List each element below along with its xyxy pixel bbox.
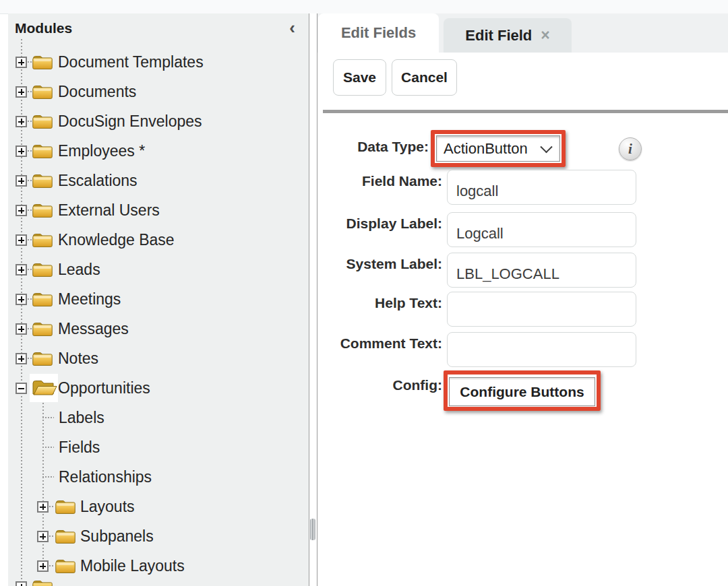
data-type-label: Data Type:	[317, 139, 429, 155]
configure-buttons-button[interactable]: Configure Buttons	[449, 377, 595, 406]
help-text-label: Help Text:	[317, 295, 442, 311]
folder-icon	[32, 321, 53, 337]
tab-label: Edit Field	[465, 27, 532, 44]
expand-icon[interactable]	[16, 86, 27, 98]
display-label-input[interactable]	[447, 212, 636, 247]
top-strip	[0, 0, 728, 14]
data-type-value: ActionButton	[444, 140, 528, 158]
expand-icon[interactable]	[16, 294, 27, 305]
tree-item-knowledge-base[interactable]: Knowledge Base	[8, 225, 309, 255]
tree-item-subpanels[interactable]: Subpanels	[8, 521, 309, 551]
folder-icon	[32, 202, 53, 218]
tree-item-leads[interactable]: Leads	[8, 255, 309, 284]
modules-tree-panel: Modules ‹ Document Templates Documents D…	[8, 13, 309, 586]
expand-icon[interactable]	[37, 560, 49, 572]
tree-item-documents[interactable]: Documents	[8, 77, 309, 106]
collapse-panel-icon[interactable]: ‹	[289, 19, 295, 36]
save-button[interactable]: Save	[333, 59, 386, 96]
tree-item-labels[interactable]: Labels	[8, 403, 309, 432]
field-name-label: Field Name:	[317, 173, 442, 189]
folder-icon	[32, 172, 53, 189]
splitter-drag-handle[interactable]	[310, 519, 315, 540]
expand-icon[interactable]	[16, 264, 27, 275]
annotation-highlight-data-type: ActionButton	[431, 130, 566, 167]
expand-icon[interactable]	[16, 116, 27, 127]
data-type-select[interactable]: ActionButton	[436, 135, 560, 162]
studio-edit-panel: Edit Fields Edit Field × Save Cancel Dat…	[317, 13, 728, 586]
info-icon[interactable]: i	[619, 137, 642, 160]
display-label-label: Display Label:	[317, 216, 442, 232]
expand-icon[interactable]	[37, 531, 49, 542]
close-tab-icon[interactable]: ×	[541, 26, 549, 44]
tab-edit-field[interactable]: Edit Field ×	[444, 18, 572, 53]
folder-icon	[32, 261, 53, 278]
tree-item-document-templates[interactable]: Document Templates	[8, 47, 309, 77]
modules-panel-title: Modules	[15, 20, 72, 36]
folder-icon	[55, 498, 75, 515]
expand-icon[interactable]	[16, 57, 27, 68]
expand-icon[interactable]	[16, 353, 27, 364]
field-name-input[interactable]	[447, 170, 636, 205]
expand-icon[interactable]	[16, 323, 27, 335]
tree-item-notes[interactable]: Notes	[8, 344, 309, 373]
tree-item-fields[interactable]: Fields	[8, 432, 309, 462]
config-label: Config:	[317, 377, 442, 393]
tab-edit-fields[interactable]: Edit Fields	[318, 13, 439, 53]
tree-item-relationships[interactable]: Relationships	[8, 462, 309, 492]
expand-icon[interactable]	[37, 501, 49, 513]
tree-item-external-users[interactable]: External Users	[8, 195, 309, 225]
tree-item-escalations[interactable]: Escalations	[8, 166, 309, 195]
expand-icon[interactable]	[16, 205, 27, 216]
folder-icon	[32, 113, 53, 129]
folder-icon	[32, 291, 53, 307]
folder-icon	[32, 54, 53, 70]
folder-icon	[32, 350, 53, 366]
tree-item-docusign-envelopes[interactable]: DocuSign Envelopes	[8, 106, 309, 136]
cancel-button[interactable]: Cancel	[392, 59, 457, 96]
tree-item-layouts[interactable]: Layouts	[8, 492, 309, 521]
tree-item-partial	[8, 572, 309, 586]
panel-splitter	[309, 13, 317, 586]
folder-icon	[32, 579, 53, 586]
comment-text-label: Comment Text:	[317, 335, 442, 352]
tree-item-opportunities[interactable]: Opportunities	[8, 373, 309, 403]
tab-bar: Edit Fields Edit Field ×	[317, 13, 728, 53]
expand-icon[interactable]	[16, 145, 27, 157]
expand-icon	[16, 581, 27, 586]
tab-label: Edit Fields	[341, 24, 416, 42]
comment-text-input[interactable]	[447, 332, 636, 367]
tree-item-messages[interactable]: Messages	[8, 314, 309, 344]
chevron-down-icon	[540, 140, 552, 152]
folder-icon	[32, 143, 53, 159]
system-label-label: System Label:	[317, 256, 442, 272]
expand-icon[interactable]	[16, 234, 27, 246]
collapse-node-icon[interactable]	[16, 383, 27, 394]
tree-item-employees[interactable]: Employees *	[8, 136, 309, 166]
system-label-input[interactable]	[447, 253, 636, 288]
folder-icon	[32, 84, 53, 100]
tree-item-meetings[interactable]: Meetings	[8, 284, 309, 314]
folder-icon	[32, 232, 53, 248]
help-text-input[interactable]	[447, 292, 636, 327]
folder-icon	[55, 528, 75, 544]
open-folder-icon	[31, 377, 58, 397]
section-divider	[323, 110, 728, 113]
expand-icon[interactable]	[16, 175, 27, 187]
